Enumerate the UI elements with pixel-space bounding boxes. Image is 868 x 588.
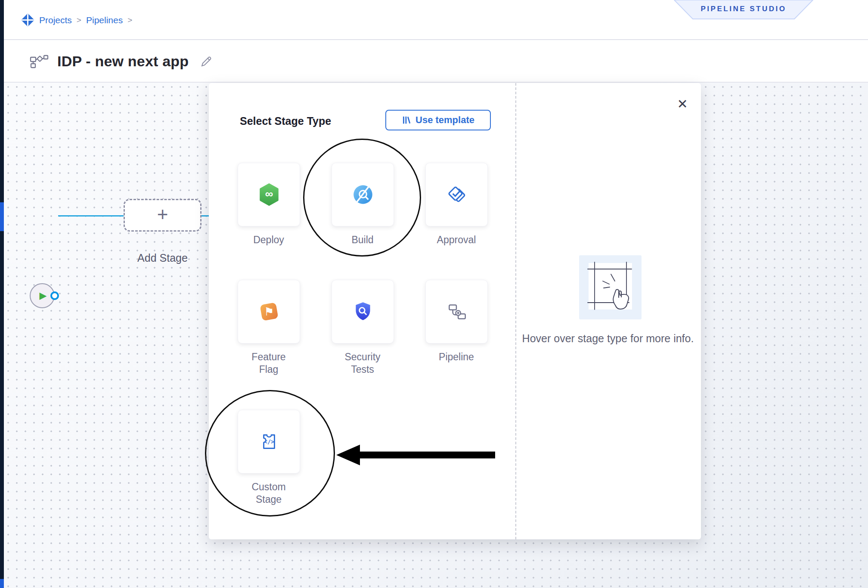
stage-tile-label: Approval: [431, 234, 482, 246]
edit-title-icon[interactable]: [200, 55, 213, 68]
stage-tile-label: Feature Flag: [243, 351, 294, 376]
hover-hint-illustration: [579, 255, 642, 319]
breadcrumb-separator: >: [127, 15, 132, 25]
close-icon[interactable]: ✕: [673, 94, 692, 113]
left-edge-bar: [0, 0, 4, 588]
pipeline-stage-icon: [445, 300, 469, 324]
panel-divider: [515, 83, 516, 539]
add-stage-node[interactable]: +: [124, 199, 202, 232]
deploy-stage-icon: ∞: [257, 183, 281, 207]
breadcrumb: Projects > Pipelines >: [21, 0, 132, 40]
plus-icon: +: [157, 204, 168, 225]
play-icon: ▶: [40, 290, 47, 301]
stage-tile-label: Build: [337, 234, 388, 246]
left-edge-accent: [0, 202, 4, 231]
custom-stage-icon: </>: [257, 430, 281, 454]
approval-stage-icon: [445, 183, 469, 207]
security-tests-stage-icon: [351, 300, 375, 324]
hover-hint-text: Hover over stage type for more info.: [522, 331, 694, 346]
stage-tile-label: Deploy: [243, 234, 294, 246]
pipeline-edge: [202, 215, 209, 217]
add-stage-label: Add Stage: [124, 252, 202, 264]
stage-tile-label: Security Tests: [337, 351, 388, 376]
breadcrumb-separator: >: [77, 15, 81, 25]
select-stage-type-panel: Select Stage Type Use template ∞: [209, 83, 701, 539]
panel-title: Select Stage Type: [240, 115, 331, 127]
use-template-label: Use template: [415, 115, 474, 126]
stage-tile-label: Pipeline: [431, 351, 482, 363]
stage-tile-label: Custom Stage: [243, 481, 294, 506]
flag-glyph: ⚑: [264, 306, 274, 318]
pipeline-edge: [58, 215, 124, 217]
projects-logo-icon: [21, 13, 34, 27]
stage-tile-pipeline[interactable]: Pipeline: [425, 280, 494, 344]
use-template-button[interactable]: Use template: [385, 110, 491, 130]
pipeline-studio-badge: PIPELINE STUDIO: [674, 0, 813, 20]
breadcrumb-item-projects[interactable]: Projects: [39, 15, 72, 25]
stage-tile-approval[interactable]: Approval: [425, 163, 494, 226]
stage-tile-security-tests[interactable]: Security Tests: [332, 280, 400, 344]
code-glyph: </>: [264, 438, 274, 445]
breadcrumb-item-pipelines[interactable]: Pipelines: [86, 15, 123, 25]
template-library-icon: [402, 115, 411, 125]
stage-tile-feature-flag[interactable]: ⚑ Feature Flag: [238, 280, 307, 344]
feature-flag-stage-icon: ⚑: [257, 300, 281, 324]
pipeline-studio-page: Projects > Pipelines > PIPELINE STUDIO: [0, 0, 868, 588]
stage-tile-deploy[interactable]: ∞ Deploy: [238, 163, 307, 226]
stage-tile-build[interactable]: Build: [332, 163, 400, 226]
left-edge-accent-bottom: [0, 579, 4, 588]
infinity-glyph: ∞: [265, 188, 273, 200]
pipeline-title: IDP - new next app: [57, 53, 189, 70]
pipeline-studio-badge-label: PIPELINE STUDIO: [674, 0, 813, 18]
start-node-connector[interactable]: [50, 291, 59, 300]
title-bar: IDP - new next app: [4, 40, 868, 83]
stage-tile-custom-stage[interactable]: </> Custom Stage: [238, 410, 307, 473]
build-stage-icon: [351, 183, 375, 207]
pipeline-graph-icon: [30, 54, 49, 69]
